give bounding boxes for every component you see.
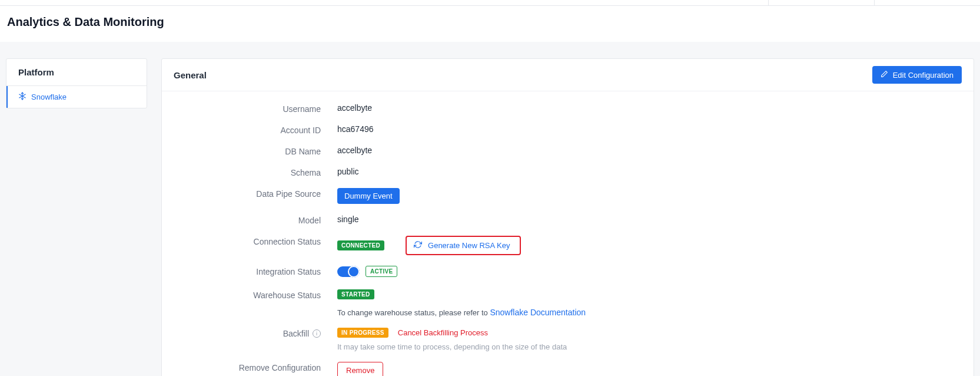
field-label: Remove Configuration	[174, 362, 321, 372]
generate-rsa-button[interactable]: Generate New RSA Key	[428, 241, 510, 250]
field-db-name: DB Name accelbyte	[174, 146, 962, 156]
topbar-segment	[768, 0, 874, 5]
edit-configuration-button[interactable]: Edit Configuration	[872, 66, 962, 84]
field-label: Account ID	[174, 124, 321, 135]
cancel-backfilling-button[interactable]: Cancel Backfilling Process	[398, 328, 488, 337]
snowflake-documentation-link[interactable]: Snowflake Documentation	[490, 308, 586, 317]
field-label: Integration Status	[174, 266, 321, 276]
field-label: DB Name	[174, 146, 321, 156]
field-data-pipe-source: Data Pipe Source Dummy Event	[174, 188, 962, 204]
field-warehouse-status: Warehouse Status STARTED To change wareh…	[174, 289, 962, 318]
field-backfill: Backfill i IN PROGRESS Cancel Backfillin…	[174, 328, 962, 351]
data-pipe-source-chip: Dummy Event	[337, 188, 400, 204]
backfill-status-badge: IN PROGRESS	[337, 328, 388, 338]
field-account-id: Account ID hca67496	[174, 124, 962, 135]
backfill-hint: It may take some time to process, depend…	[337, 342, 962, 351]
sidebar-header: Platform	[6, 59, 147, 86]
sidebar-card: Platform Snowflake	[6, 58, 147, 108]
field-value: public	[337, 167, 359, 176]
field-username: Username accelbyte	[174, 103, 962, 114]
refresh-icon	[414, 240, 422, 250]
field-label: Data Pipe Source	[174, 188, 321, 199]
field-remove-configuration: Remove Configuration Remove	[174, 362, 962, 376]
pencil-icon	[881, 70, 888, 80]
warehouse-status-badge: STARTED	[337, 289, 374, 299]
field-label: Schema	[174, 167, 321, 177]
field-integration-status: Integration Status ACTIVE	[174, 266, 962, 279]
topbar-segment	[874, 0, 980, 5]
integration-toggle[interactable]	[337, 266, 358, 277]
field-value: accelbyte	[337, 146, 372, 155]
field-label: Connection Status	[174, 236, 321, 246]
info-icon[interactable]: i	[313, 329, 321, 338]
warehouse-help-text: To change warehouse status, please refer…	[337, 308, 490, 317]
panel-header: General Edit Configuration	[162, 59, 974, 91]
field-value: hca67496	[337, 124, 374, 134]
remove-button[interactable]: Remove	[337, 362, 383, 376]
title-row: Analytics & Data Monitoring	[0, 6, 980, 42]
sidebar-item-snowflake[interactable]: Snowflake	[6, 86, 147, 108]
field-model: Model single	[174, 215, 962, 225]
snowflake-icon	[18, 92, 26, 102]
field-label: Warehouse Status	[174, 289, 321, 300]
page-title: Analytics & Data Monitoring	[7, 15, 973, 29]
field-schema: Schema public	[174, 167, 962, 177]
field-value: single	[337, 215, 359, 224]
field-connection-status: Connection Status CONNECTED	[174, 236, 962, 255]
field-value: accelbyte	[337, 103, 372, 113]
edit-configuration-label: Edit Configuration	[893, 71, 954, 80]
section-title: General	[174, 70, 207, 80]
connection-status-badge: CONNECTED	[337, 240, 384, 250]
sidebar-item-label: Snowflake	[31, 93, 67, 101]
field-label: Model	[174, 215, 321, 225]
field-label: Backfill i	[174, 328, 321, 338]
main-panel: General Edit Configuration Username acce…	[161, 58, 974, 376]
field-label: Username	[174, 103, 321, 114]
integration-status-badge: ACTIVE	[366, 266, 397, 277]
platform-list: Snowflake	[6, 86, 147, 108]
generate-rsa-highlight: Generate New RSA Key	[406, 236, 520, 255]
top-bar	[0, 0, 980, 6]
